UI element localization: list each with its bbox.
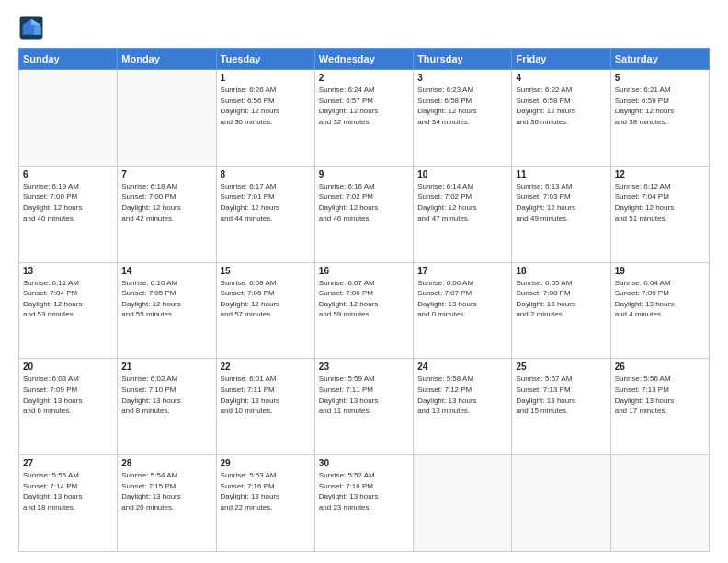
day-info: Sunrise: 6:03 AM Sunset: 7:09 PM Dayligh…: [23, 373, 113, 416]
day-number: 12: [615, 169, 705, 179]
calendar-cell: 5Sunrise: 6:21 AM Sunset: 6:59 PM Daylig…: [610, 70, 709, 167]
calendar-cell: 13Sunrise: 6:11 AM Sunset: 7:04 PM Dayli…: [19, 262, 118, 359]
col-header-friday: Friday: [512, 49, 610, 70]
day-info: Sunrise: 6:16 AM Sunset: 7:02 PM Dayligh…: [319, 181, 409, 224]
day-number: 24: [417, 362, 507, 372]
day-number: 29: [221, 458, 311, 468]
day-info: Sunrise: 6:10 AM Sunset: 7:05 PM Dayligh…: [121, 278, 211, 320]
day-number: 6: [23, 169, 113, 179]
page: SundayMondayTuesdayWednesdayThursdayFrid…: [0, 0, 728, 563]
day-info: Sunrise: 6:22 AM Sunset: 6:58 PM Dayligh…: [516, 85, 606, 127]
day-number: 20: [23, 362, 113, 372]
calendar-week-row: 27Sunrise: 5:55 AM Sunset: 7:14 PM Dayli…: [19, 455, 710, 552]
day-info: Sunrise: 5:57 AM Sunset: 7:13 PM Dayligh…: [516, 373, 606, 416]
day-number: 14: [121, 266, 211, 276]
day-number: 25: [516, 362, 606, 372]
calendar-cell: 28Sunrise: 5:54 AM Sunset: 7:15 PM Dayli…: [118, 455, 216, 552]
day-number: 11: [516, 169, 606, 179]
calendar-cell: 26Sunrise: 5:56 AM Sunset: 7:13 PM Dayli…: [610, 359, 709, 455]
calendar-cell: 19Sunrise: 6:04 AM Sunset: 7:09 PM Dayli…: [610, 262, 709, 359]
day-info: Sunrise: 6:01 AM Sunset: 7:11 PM Dayligh…: [221, 373, 311, 416]
day-number: 21: [121, 362, 211, 372]
calendar-cell: [414, 455, 512, 552]
calendar-cell: 15Sunrise: 6:08 AM Sunset: 7:06 PM Dayli…: [216, 262, 314, 359]
calendar-cell: 24Sunrise: 5:58 AM Sunset: 7:12 PM Dayli…: [414, 359, 512, 455]
day-info: Sunrise: 5:58 AM Sunset: 7:12 PM Dayligh…: [417, 373, 507, 416]
day-number: 13: [23, 266, 113, 276]
calendar-cell: 18Sunrise: 6:05 AM Sunset: 7:08 PM Dayli…: [512, 262, 610, 359]
header: [18, 15, 710, 40]
col-header-tuesday: Tuesday: [216, 49, 314, 70]
day-number: 8: [221, 169, 311, 179]
day-number: 18: [516, 266, 606, 276]
calendar-cell: [118, 70, 216, 167]
day-info: Sunrise: 6:05 AM Sunset: 7:08 PM Dayligh…: [516, 278, 606, 320]
day-info: Sunrise: 6:12 AM Sunset: 7:04 PM Dayligh…: [615, 181, 705, 224]
day-info: Sunrise: 6:14 AM Sunset: 7:02 PM Dayligh…: [417, 181, 507, 224]
day-number: 10: [417, 169, 507, 179]
day-info: Sunrise: 6:06 AM Sunset: 7:07 PM Dayligh…: [417, 278, 507, 320]
calendar-cell: 12Sunrise: 6:12 AM Sunset: 7:04 PM Dayli…: [610, 166, 709, 262]
day-number: 26: [615, 362, 705, 372]
day-info: Sunrise: 6:17 AM Sunset: 7:01 PM Dayligh…: [221, 181, 311, 224]
calendar-cell: [610, 455, 709, 552]
day-info: Sunrise: 6:23 AM Sunset: 6:58 PM Dayligh…: [417, 85, 507, 127]
day-info: Sunrise: 5:59 AM Sunset: 7:11 PM Dayligh…: [319, 373, 409, 416]
calendar-table: SundayMondayTuesdayWednesdayThursdayFrid…: [18, 48, 710, 552]
day-number: 7: [121, 169, 211, 179]
day-info: Sunrise: 5:53 AM Sunset: 7:16 PM Dayligh…: [221, 470, 311, 512]
col-header-monday: Monday: [118, 49, 216, 70]
day-number: 2: [319, 73, 409, 83]
calendar-week-row: 20Sunrise: 6:03 AM Sunset: 7:09 PM Dayli…: [19, 359, 710, 455]
day-info: Sunrise: 6:13 AM Sunset: 7:03 PM Dayligh…: [516, 181, 606, 224]
day-info: Sunrise: 5:55 AM Sunset: 7:14 PM Dayligh…: [23, 470, 113, 512]
calendar-cell: 25Sunrise: 5:57 AM Sunset: 7:13 PM Dayli…: [512, 359, 610, 455]
day-number: 16: [319, 266, 409, 276]
calendar-cell: 14Sunrise: 6:10 AM Sunset: 7:05 PM Dayli…: [118, 262, 216, 359]
day-number: 3: [417, 73, 507, 83]
calendar-cell: 23Sunrise: 5:59 AM Sunset: 7:11 PM Dayli…: [314, 359, 413, 455]
calendar-cell: [512, 455, 610, 552]
calendar-cell: 20Sunrise: 6:03 AM Sunset: 7:09 PM Dayli…: [19, 359, 118, 455]
day-info: Sunrise: 6:26 AM Sunset: 6:56 PM Dayligh…: [221, 85, 311, 127]
day-info: Sunrise: 6:02 AM Sunset: 7:10 PM Dayligh…: [121, 373, 211, 416]
calendar-cell: 2Sunrise: 6:24 AM Sunset: 6:57 PM Daylig…: [314, 70, 413, 167]
col-header-thursday: Thursday: [414, 49, 512, 70]
day-number: 19: [615, 266, 705, 276]
day-number: 28: [121, 458, 211, 468]
col-header-sunday: Sunday: [19, 49, 118, 70]
calendar-cell: 16Sunrise: 6:07 AM Sunset: 7:06 PM Dayli…: [314, 262, 413, 359]
day-info: Sunrise: 6:11 AM Sunset: 7:04 PM Dayligh…: [23, 278, 113, 320]
day-number: 30: [319, 458, 409, 468]
day-info: Sunrise: 6:19 AM Sunset: 7:00 PM Dayligh…: [23, 181, 113, 224]
calendar-cell: [19, 70, 118, 167]
col-header-saturday: Saturday: [610, 49, 709, 70]
calendar-cell: 29Sunrise: 5:53 AM Sunset: 7:16 PM Dayli…: [216, 455, 314, 552]
day-info: Sunrise: 6:24 AM Sunset: 6:57 PM Dayligh…: [319, 85, 409, 127]
day-number: 5: [615, 73, 705, 83]
day-number: 1: [221, 73, 311, 83]
day-number: 22: [221, 362, 311, 372]
day-number: 15: [221, 266, 311, 276]
calendar-cell: 7Sunrise: 6:18 AM Sunset: 7:00 PM Daylig…: [118, 166, 216, 262]
logo-icon: [18, 15, 44, 40]
calendar-cell: 8Sunrise: 6:17 AM Sunset: 7:01 PM Daylig…: [216, 166, 314, 262]
calendar-cell: 30Sunrise: 5:52 AM Sunset: 7:16 PM Dayli…: [314, 455, 413, 552]
day-info: Sunrise: 6:18 AM Sunset: 7:00 PM Dayligh…: [121, 181, 211, 224]
calendar-week-row: 1Sunrise: 6:26 AM Sunset: 6:56 PM Daylig…: [19, 70, 710, 167]
logo: [18, 15, 48, 40]
day-info: Sunrise: 5:54 AM Sunset: 7:15 PM Dayligh…: [121, 470, 211, 512]
day-number: 27: [23, 458, 113, 468]
calendar-cell: 17Sunrise: 6:06 AM Sunset: 7:07 PM Dayli…: [414, 262, 512, 359]
day-info: Sunrise: 6:07 AM Sunset: 7:06 PM Dayligh…: [319, 278, 409, 320]
calendar-cell: 9Sunrise: 6:16 AM Sunset: 7:02 PM Daylig…: [314, 166, 413, 262]
calendar-week-row: 13Sunrise: 6:11 AM Sunset: 7:04 PM Dayli…: [19, 262, 710, 359]
calendar-cell: 27Sunrise: 5:55 AM Sunset: 7:14 PM Dayli…: [19, 455, 118, 552]
calendar-week-row: 6Sunrise: 6:19 AM Sunset: 7:00 PM Daylig…: [19, 166, 710, 262]
calendar-cell: 10Sunrise: 6:14 AM Sunset: 7:02 PM Dayli…: [414, 166, 512, 262]
day-number: 4: [516, 73, 606, 83]
calendar-cell: 1Sunrise: 6:26 AM Sunset: 6:56 PM Daylig…: [216, 70, 314, 167]
day-info: Sunrise: 5:56 AM Sunset: 7:13 PM Dayligh…: [615, 373, 705, 416]
calendar-cell: 22Sunrise: 6:01 AM Sunset: 7:11 PM Dayli…: [216, 359, 314, 455]
calendar-cell: 11Sunrise: 6:13 AM Sunset: 7:03 PM Dayli…: [512, 166, 610, 262]
